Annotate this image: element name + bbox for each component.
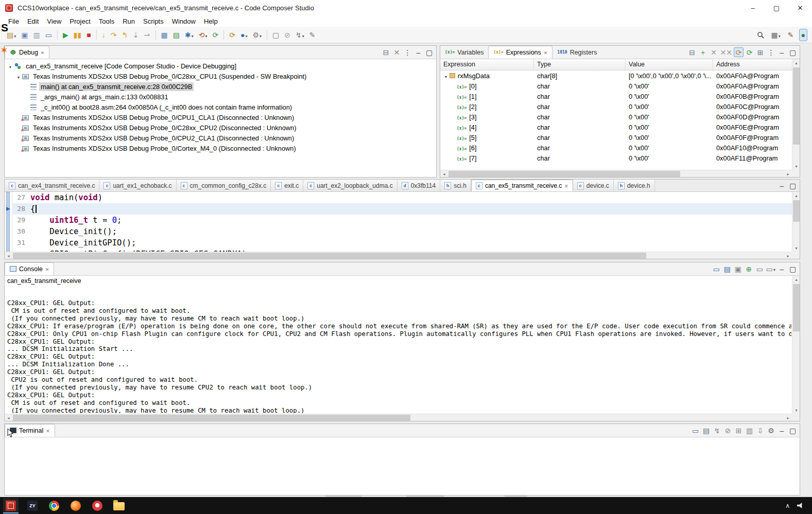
close-view-icon[interactable] <box>46 427 50 434</box>
minimize-view-icon[interactable]: – <box>413 47 423 57</box>
editor-tab[interactable]: ccan_ex4_transmit_receive.c <box>5 180 99 191</box>
maximize-view-icon[interactable]: ▢ <box>788 264 798 274</box>
maximize-view-icon[interactable]: ▢ <box>788 47 798 57</box>
collapse-all-icon[interactable]: ⊟ <box>687 47 697 57</box>
close-button[interactable]: ✕ <box>788 0 812 15</box>
annotation-ruler[interactable] <box>5 192 13 259</box>
menu-run[interactable]: Run <box>118 16 139 26</box>
close-view-icon[interactable] <box>41 49 45 56</box>
tab-debug[interactable]: Debug <box>5 46 49 59</box>
refresh-icon[interactable]: ⟳ <box>227 29 237 41</box>
display-selected-console-icon[interactable]: ▭ <box>755 264 765 274</box>
scroll-thumb[interactable] <box>13 415 410 421</box>
maximize-button[interactable]: ▢ <box>765 0 788 15</box>
menu-view[interactable]: View <box>43 16 65 26</box>
tab-variables[interactable]: (x)=Variables <box>440 46 488 59</box>
editor-tab[interactable]: cuart_ex1_echoback.c <box>99 180 176 191</box>
taskbar-zy-icon[interactable]: ZY <box>25 498 40 513</box>
scroll-thumb[interactable] <box>793 200 800 222</box>
step-over-icon[interactable]: ↷ <box>109 29 119 41</box>
code-line[interactable]: 27void main(void) <box>13 192 792 203</box>
breakpoints-icon[interactable]: ● <box>238 29 249 41</box>
reset-cpu-icon[interactable]: ⟲ <box>197 29 210 41</box>
expression-row[interactable]: [0]char0 '\x00'0x00AF0A@Program <box>440 81 800 91</box>
add-expression-icon[interactable]: + <box>698 47 708 57</box>
scroll-arrow-icon[interactable] <box>784 170 792 177</box>
open-console-icon[interactable]: ▭ <box>766 264 776 274</box>
registers-icon[interactable]: ▤ <box>171 29 182 41</box>
debug-tree-item[interactable]: _c_int00() at boot28.asm:264 0x00850A (_… <box>5 102 436 112</box>
scroll-arrow-icon[interactable] <box>792 163 800 170</box>
expression-row[interactable]: [1]char0 '\x00'0x00AF0B@Program <box>440 91 800 101</box>
taskbar-media-icon[interactable] <box>90 498 105 513</box>
code-line[interactable]: 31 Device_initGPIO(); <box>13 237 792 249</box>
maximize-view-icon[interactable]: ▢ <box>424 47 434 57</box>
tree-expander-icon[interactable] <box>442 72 450 80</box>
console-output[interactable]: C28xx_CPU1: GEL Output: CM is out of res… <box>7 299 791 413</box>
menu-edit[interactable]: Edit <box>23 16 43 26</box>
column-header-address[interactable]: Address <box>713 59 800 70</box>
debug-tree-item[interactable]: Texas Instruments XDS2xx USB Debug Probe… <box>5 143 436 153</box>
minimize-button[interactable]: – <box>741 0 765 15</box>
tree-expander-icon[interactable] <box>15 73 22 80</box>
scroll-arrow-icon[interactable] <box>792 192 800 199</box>
terminate-all-icon[interactable]: ⊘ <box>282 29 292 41</box>
watch-expression-icon[interactable]: ✱ <box>183 29 196 41</box>
debug-tree-item[interactable]: main() at can_ex5_transmit_receive.c:28 … <box>5 81 436 92</box>
menu-tools[interactable]: Tools <box>95 16 118 26</box>
taskbar-browser-icon[interactable] <box>68 498 83 513</box>
minimize-view-icon[interactable]: – <box>777 264 787 274</box>
editor-tab[interactable]: d0x3fb114 <box>398 180 441 191</box>
scroll-thumb[interactable] <box>448 171 680 177</box>
asm-step-into-icon[interactable]: ⇣ <box>131 29 141 41</box>
console-vscrollbar[interactable] <box>792 276 800 414</box>
scroll-arrow-icon[interactable] <box>784 252 792 259</box>
copy-terminal-icon[interactable]: ⊞ <box>734 426 744 435</box>
menu-help[interactable]: Help <box>200 16 222 26</box>
scroll-arrow-icon[interactable] <box>5 414 12 421</box>
expression-row[interactable]: [2]char0 '\x00'0x00AF0C@Program <box>440 101 800 112</box>
scroll-lock-icon[interactable]: ⇩ <box>755 426 765 435</box>
view-menu-icon[interactable]: ⋮ <box>403 47 412 57</box>
advanced-tools-icon[interactable]: ⚙ <box>250 29 264 41</box>
close-view-icon[interactable] <box>45 265 49 273</box>
expression-row[interactable]: [6]char0 '\x00'0x00AF10@Program <box>440 143 800 153</box>
debug-tree-item[interactable]: can_ex5_transmit_receive [Code Composer … <box>5 61 436 71</box>
debug-tree-item[interactable]: _args_main() at args_main.c:133 0x008831 <box>5 92 436 102</box>
restart-icon[interactable]: ⟳ <box>211 29 221 41</box>
collapse-all-icon[interactable]: ⊟ <box>381 47 391 57</box>
tab-console[interactable]: Console <box>5 262 54 275</box>
remove-expression-icon[interactable]: ✕ <box>709 47 719 57</box>
disconnect-terminal-icon[interactable]: ⊘ <box>723 426 733 435</box>
save-icon[interactable]: ▣ <box>19 29 30 41</box>
scroll-thumb[interactable] <box>793 67 800 145</box>
step-into-icon[interactable]: ↓ <box>100 29 108 41</box>
code-line[interactable]: 29 uint16_t t = 0; <box>13 215 792 226</box>
show-console-icon[interactable]: ▭ <box>43 29 54 41</box>
minimize-view-icon[interactable]: – <box>777 181 787 190</box>
close-view-icon[interactable] <box>544 49 548 56</box>
ccs-debug-perspective-icon[interactable]: ● <box>799 29 807 41</box>
scroll-arrow-icon[interactable] <box>792 276 800 283</box>
code-line[interactable]: 30 Device_init(); <box>13 226 792 237</box>
expressions-hscrollbar[interactable] <box>440 170 792 177</box>
copy-expressions-icon[interactable]: ⊞ <box>755 47 765 57</box>
scroll-arrow-icon[interactable] <box>792 406 800 414</box>
expression-row[interactable]: [3]char0 '\x00'0x00AF0D@Program <box>440 112 800 122</box>
asm-step-over-icon[interactable]: ⇀ <box>142 29 152 41</box>
editor-hscrollbar[interactable] <box>5 252 792 259</box>
code-line[interactable]: 28{ <box>13 203 792 215</box>
expression-row[interactable]: rxMsgDatachar[8][0 '\x00',0 '\x00',0 '\x… <box>440 70 800 81</box>
terminal-panel-body[interactable] <box>5 437 800 495</box>
tray-volume-icon[interactable] <box>797 503 804 509</box>
show-console-on-output-icon[interactable]: ▣ <box>733 264 743 274</box>
close-tab-icon[interactable] <box>564 182 568 189</box>
new-window-icon[interactable]: ▢ <box>270 29 281 41</box>
column-header-value[interactable]: Value <box>626 59 713 70</box>
suspend-icon[interactable]: ▮▮ <box>72 29 83 41</box>
mark-occurrences-icon[interactable]: ✎ <box>307 29 318 41</box>
taskbar-ccs-icon[interactable] <box>3 498 19 513</box>
maximize-view-icon[interactable]: ▢ <box>788 181 798 190</box>
ccs-edit-perspective-icon[interactable]: ✎ <box>786 29 796 41</box>
editor-vscrollbar[interactable] <box>792 192 800 252</box>
